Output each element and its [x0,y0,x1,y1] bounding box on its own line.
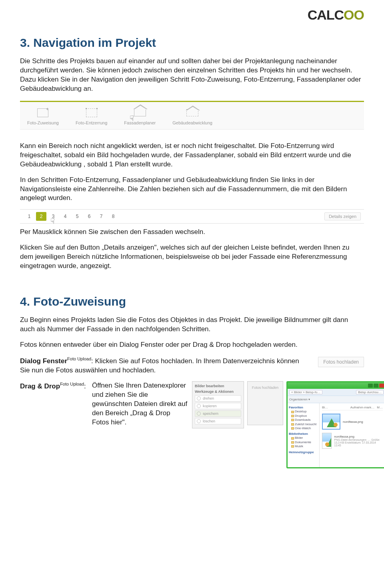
minimize-icon[interactable] [368,384,373,388]
tree-item[interactable]: Dokumente [291,440,318,444]
folder-icon [291,415,294,417]
file-item[interactable]: nordfassa.png [322,414,383,430]
tree-item[interactable]: Downloads [291,418,318,422]
heading-foto-zuweisung: 4. Foto-Zuweisung [20,295,364,308]
heading-navigation: 3. Navigation im Projekt [20,36,364,50]
file-name: nordfassa.png PNG-Datei Abmessungen: … G… [334,435,383,447]
nav-tab-foto-zuweisung[interactable]: Foto-Zuweisung [26,106,60,128]
facade-planner-icon [133,108,147,118]
close-icon[interactable] [379,384,384,388]
nav-tab-fassadenplaner[interactable]: Fassadenplaner ☟ [122,106,157,128]
nav-tab-gebaeudeabwicklung[interactable]: Gebäudeabwicklung [171,106,214,128]
tool-icon [197,396,201,400]
drag-drop-section: Drag & DropFoto Upload: Öffnen Sie Ihren… [20,381,364,468]
folder-tree: Favoriten Desktop Dropbox Downloads Zule… [288,403,320,467]
photo-rectify-icon [85,108,98,118]
tool-icon [197,412,201,416]
facade-number[interactable]: 7 [96,212,106,221]
tree-item[interactable]: Desktop [291,410,318,414]
file-explorer: « Bilder » Beisp-fo… Beisp durchsu… Orga… [286,381,384,468]
file-name: nordfassa.png [343,420,363,424]
column-header[interactable]: Aufnahm-mark… [350,406,374,409]
image-thumbnail [322,433,332,449]
building-unwrap-icon [186,108,199,118]
tree-group-homegroup: Heimnetzgruppe [289,450,318,454]
folder-icon [291,423,294,426]
facade-number[interactable]: 6 [84,212,94,221]
paragraph: Fotos können entweder über ein Dialog Fe… [20,340,364,350]
file-list: Bi… Aufnahm-mark… M… nordfassa.png [320,403,384,467]
explorer-toolbar: « Bilder » Beisp-fo… Beisp durchsu… [288,389,384,396]
tree-group-favorites: Favoriten [289,406,318,409]
breadcrumb[interactable]: « Bilder » Beisp-fo… [289,390,322,394]
panel-header: Bilder bearbeiten [195,384,241,388]
paragraph-dragdrop-text: Öffnen Sie Ihren Datenexplorer und ziehe… [92,381,188,427]
tools-panel: Bilder bearbeiten Werkzeuge & Aktionen d… [192,381,244,428]
paragraph: Kann ein Bereich noch nicht angeklickt w… [20,142,364,169]
search-input[interactable]: Beisp durchsu… [356,390,384,394]
maximize-icon[interactable] [374,384,378,388]
organize-menu[interactable]: Organisieren ▾ [289,398,310,401]
brand-logo: CALCOO [308,7,364,23]
folder-icon [291,445,294,448]
tool-row[interactable]: speichern [195,410,241,417]
paragraph-dialog-upload: Dialog FensterFoto Upload: Klicken Sie a… [20,356,308,375]
paragraph-dragdrop-lead: Drag & DropFoto Upload: [20,381,88,391]
tree-group-libraries: Bibliotheken [289,432,318,436]
nav-tabs-screenshot: Foto-Zuweisung Foto-Entzerrung Fassadenp… [20,101,364,130]
file-item[interactable]: nordfassa.png PNG-Datei Abmessungen: … G… [322,433,383,449]
tool-row[interactable]: drehen [195,395,241,402]
tree-item[interactable]: Bilder [291,436,318,440]
facade-number[interactable]: 8 [108,212,118,221]
facade-number-active[interactable]: 2 [36,212,46,221]
tool-row[interactable]: löschen [195,418,241,424]
column-header[interactable]: M… [377,406,383,409]
panel-header: Werkzeuge & Aktionen [195,390,241,394]
tree-item[interactable]: Dropbox [291,414,318,418]
paragraph: Die Schritte des Projekts bauen auf eina… [20,57,364,94]
facade-number-strip-screenshot: 1 2 3 ☟ 4 5 6 7 8 Details zeigen [20,209,364,224]
facade-number[interactable]: 4 [60,212,70,221]
folder-icon [291,427,294,430]
facade-number[interactable]: 5 [72,212,82,221]
tool-icon [197,404,201,408]
nav-tab-foto-entzerrung[interactable]: Foto-Entzerrung [74,106,109,128]
paragraph: Klicken Sie auf den Button „Details anze… [20,243,364,271]
paragraph: Per Mausklick können Sie zwischen den Fa… [20,228,364,237]
image-thumbnail [322,414,340,430]
column-header[interactable]: Bi… [322,406,328,409]
tree-item[interactable]: One-Watch [291,426,318,430]
explorer-menubar: Organisieren ▾ [288,396,384,403]
facade-number[interactable]: 1 [24,212,34,221]
folder-icon [291,411,294,413]
details-button[interactable]: Details zeigen [324,212,361,220]
drag-drop-screenshot: Bilder bearbeiten Werkzeuge & Aktionen d… [192,381,384,468]
paragraph: Zu Beginn eines Projekts laden Sie die F… [20,316,364,334]
tree-item[interactable]: Zuletzt besucht [291,422,318,426]
tool-row[interactable]: kopieren [195,403,241,409]
folder-icon [291,419,294,421]
facade-number[interactable]: 3 ☟ [48,212,58,221]
tree-item[interactable]: Musik [291,444,318,448]
window-titlebar [288,382,384,389]
folder-icon [291,437,294,440]
tool-icon [197,419,201,423]
paragraph: In den Schritten Foto-Entzerrung, Fassad… [20,176,364,203]
fotos-hochladen-button[interactable]: Fotos hochladen [318,357,364,367]
drop-area[interactable]: Fotos hochladen [247,381,283,425]
photo-assign-icon [36,108,50,118]
folder-icon [291,441,294,444]
